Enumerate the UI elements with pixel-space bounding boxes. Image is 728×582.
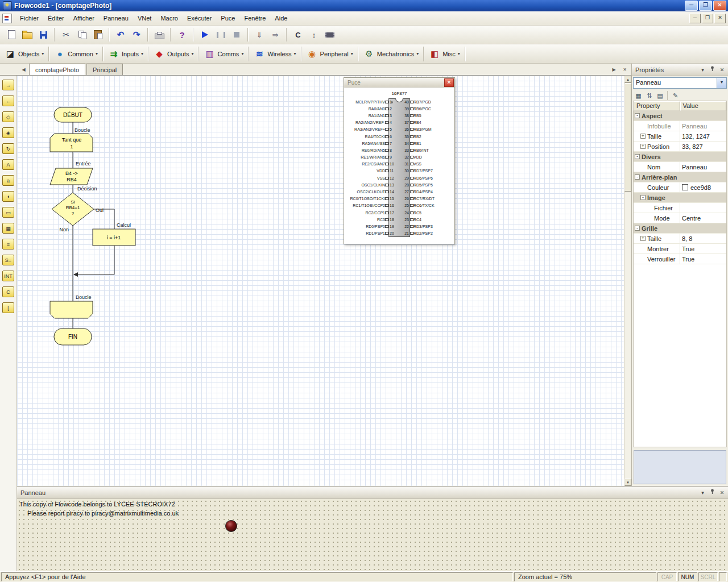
property-value-cell[interactable]: 8, 8 bbox=[680, 234, 726, 243]
expander-icon[interactable] bbox=[640, 195, 646, 200]
component-group-button[interactable]: ◪ Objects ▾ bbox=[2, 47, 46, 61]
save-button[interactable] bbox=[36, 27, 51, 42]
value-column-header[interactable]: Value bbox=[680, 101, 727, 111]
chevron-down-icon[interactable]: ▾ bbox=[191, 51, 193, 56]
chevron-down-icon[interactable]: ▾ bbox=[96, 51, 98, 56]
panel-canvas[interactable]: This copy of Flowcode belongs to LYCEE-S… bbox=[17, 499, 728, 575]
compile-hex-button[interactable] bbox=[307, 27, 321, 42]
chevron-down-icon[interactable]: ▾ bbox=[241, 51, 243, 56]
flowchart-canvas[interactable]: DÉBUT Boucle Tant que 1 Entrée B4 -> RB4… bbox=[17, 76, 624, 486]
stop-button[interactable] bbox=[229, 27, 244, 42]
property-column-header[interactable]: Property bbox=[634, 101, 680, 111]
input-shape[interactable]: B4 -> RB4 bbox=[50, 168, 93, 185]
new-button[interactable] bbox=[4, 27, 19, 42]
decision-shape[interactable]: Si RB4=1 ? bbox=[52, 193, 94, 226]
chevron-down-icon[interactable]: ▾ bbox=[42, 51, 44, 56]
component-group-button[interactable]: ▥ Comms ▾ bbox=[201, 47, 246, 61]
alphabetical-sort-icon[interactable]: ⇅ bbox=[644, 90, 655, 101]
panel-titlebar[interactable]: Panneau ▾ ✕ bbox=[17, 487, 728, 499]
close-icon[interactable]: ✕ bbox=[718, 66, 726, 74]
chevron-down-icon[interactable]: ▾ bbox=[458, 51, 460, 56]
canvas-vertical-scrollbar[interactable]: ▲ ▼ bbox=[624, 76, 631, 486]
titlebar[interactable]: Flowcode1 - [comptagePhoto] ─ ❐ ✕ bbox=[0, 0, 728, 11]
redo-button[interactable] bbox=[129, 27, 144, 42]
pin-icon[interactable] bbox=[708, 66, 717, 74]
step-into-button[interactable] bbox=[252, 27, 267, 42]
decision[interactable]: ◇ bbox=[1, 109, 16, 124]
pin-icon[interactable] bbox=[708, 489, 717, 497]
output[interactable]: ← bbox=[1, 93, 16, 109]
menu-item[interactable]: Fichier bbox=[15, 13, 43, 23]
loop[interactable]: ↻ bbox=[1, 141, 16, 156]
component-group-button[interactable]: ⚙ Mechatronics ▾ bbox=[361, 47, 421, 61]
mdi-restore-button[interactable]: ❐ bbox=[702, 14, 713, 23]
string[interactable]: ▦ bbox=[1, 221, 16, 236]
close-button[interactable]: ✕ bbox=[713, 1, 726, 11]
run-button[interactable] bbox=[197, 27, 212, 42]
undo-button[interactable] bbox=[113, 27, 128, 42]
calculation-shape[interactable]: i = i+1 bbox=[93, 229, 135, 246]
expander-icon[interactable] bbox=[635, 174, 640, 180]
component-group-button[interactable]: ◉ Peripheral ▾ bbox=[304, 47, 355, 61]
expander-icon[interactable] bbox=[640, 144, 646, 149]
minimize-button[interactable]: ─ bbox=[685, 1, 698, 11]
property-value-cell[interactable]: ece9d8 bbox=[680, 182, 726, 192]
begin-shape[interactable]: DÉBUT bbox=[54, 107, 92, 122]
scroll-up-icon[interactable]: ▲ bbox=[624, 76, 631, 83]
program-chip-button[interactable] bbox=[322, 27, 337, 42]
property-value-cell[interactable] bbox=[680, 203, 726, 213]
menu-item[interactable]: Panneau bbox=[99, 13, 133, 23]
compile-c-button[interactable] bbox=[291, 27, 305, 42]
component-group-button[interactable]: ◧ Misc ▾ bbox=[427, 47, 462, 61]
mdi-minimize-button[interactable]: ─ bbox=[689, 14, 701, 23]
expander-icon[interactable] bbox=[635, 154, 640, 159]
tab-close-icon[interactable]: ✕ bbox=[621, 65, 629, 74]
dock-menu-icon[interactable]: ▾ bbox=[698, 489, 707, 497]
macro[interactable]: a bbox=[1, 173, 16, 188]
input[interactable]: → bbox=[1, 77, 16, 93]
cut-button[interactable] bbox=[59, 27, 73, 42]
calculation[interactable]: ▭ bbox=[1, 205, 16, 220]
close-icon[interactable]: ✕ bbox=[718, 489, 726, 497]
print-button[interactable] bbox=[152, 27, 167, 42]
component-group-button[interactable]: ● Common ▾ bbox=[52, 47, 100, 61]
string-assign[interactable]: S= bbox=[1, 252, 16, 268]
object-selector[interactable]: Panneau ▼ bbox=[633, 77, 727, 89]
switch[interactable]: ◈ bbox=[1, 125, 16, 140]
menu-item[interactable]: Fenêtre bbox=[239, 13, 270, 23]
property-value-cell[interactable]: Panneau bbox=[680, 162, 726, 172]
interrupt[interactable]: INT bbox=[1, 268, 16, 284]
menu-item[interactable]: Éditer bbox=[43, 13, 69, 23]
property-pages-icon[interactable]: ▤ bbox=[655, 90, 665, 101]
property-value-cell[interactable]: Panneau bbox=[680, 121, 726, 131]
properties-titlebar[interactable]: Propriétés ▾ ✕ bbox=[632, 64, 728, 76]
property-value-cell[interactable] bbox=[680, 193, 726, 202]
property-value-cell[interactable] bbox=[680, 111, 726, 120]
menu-item[interactable]: Exécuter bbox=[183, 13, 216, 23]
expander-icon[interactable] bbox=[635, 226, 640, 231]
help-button[interactable] bbox=[175, 27, 189, 42]
property-value-cell[interactable]: Centre bbox=[680, 213, 726, 223]
tab[interactable]: comptagePhoto bbox=[29, 64, 85, 75]
end-shape[interactable]: FIN bbox=[54, 329, 92, 345]
edit-icon[interactable]: ✎ bbox=[670, 90, 681, 101]
property-value-cell[interactable] bbox=[680, 223, 726, 233]
while-loop-end-shape[interactable] bbox=[50, 301, 93, 318]
chevron-down-icon[interactable]: ▾ bbox=[141, 51, 143, 56]
pause-button[interactable] bbox=[213, 27, 228, 42]
maximize-button[interactable]: ❐ bbox=[699, 1, 712, 11]
categorized-view-icon[interactable]: ▦ bbox=[633, 90, 644, 101]
menu-item[interactable]: Puce bbox=[216, 13, 239, 23]
tab[interactable]: Principal bbox=[86, 64, 123, 75]
chip-window[interactable]: Puce ✕ 16F877 MCLR/VPP/THV 1 bbox=[344, 77, 455, 244]
mdi-close-button[interactable]: ✕ bbox=[714, 14, 726, 23]
chevron-down-icon[interactable]: ▾ bbox=[351, 51, 353, 56]
component-group-button[interactable]: ≋ Wireless ▾ bbox=[251, 47, 298, 61]
property-value-cell[interactable]: True bbox=[680, 254, 726, 264]
chevron-down-icon[interactable]: ▾ bbox=[416, 51, 419, 56]
expander-icon[interactable] bbox=[640, 134, 646, 139]
copy-button[interactable] bbox=[75, 27, 89, 42]
c-code[interactable]: C bbox=[1, 284, 16, 300]
menu-item[interactable]: Afficher bbox=[69, 13, 99, 23]
property-value-cell[interactable] bbox=[680, 152, 726, 161]
